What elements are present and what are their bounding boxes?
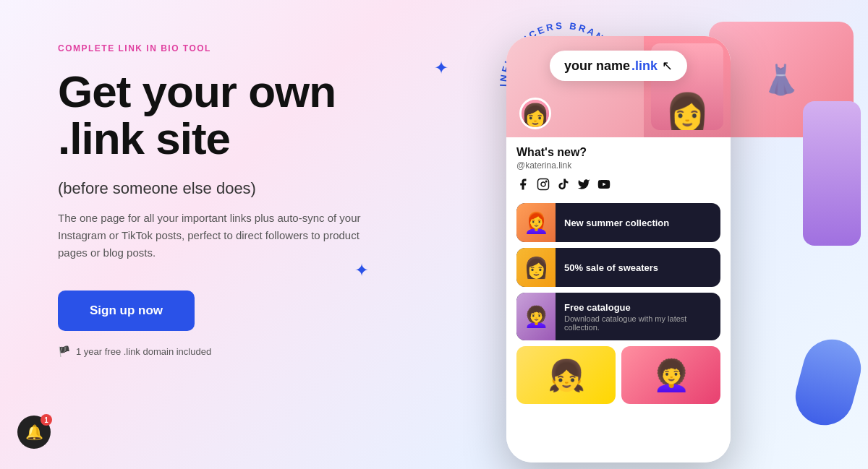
phone-header: 👩 your name .link ↖ 👩 xyxy=(506,36,731,137)
link-thumb-2: 👩 xyxy=(516,248,556,287)
youtube-icon xyxy=(597,178,610,194)
url-bar: your name .link ↖ xyxy=(550,51,687,81)
link-text-3: Free catalogue Download catalogue with m… xyxy=(556,302,720,332)
phone-body: What's new? @katerina.link xyxy=(506,137,731,462)
bottom-photos-row: 👧 👩‍🦱 xyxy=(516,346,720,404)
bell-icon: 🔔 xyxy=(25,423,43,441)
bottom-photo-1: 👧 xyxy=(516,346,616,404)
facebook-icon xyxy=(516,178,529,194)
link-item-2[interactable]: 👩 50% sale of sweaters xyxy=(516,248,720,287)
signup-button[interactable]: Sign up now xyxy=(58,291,195,331)
twitter-icon xyxy=(577,178,590,194)
tiktok-icon xyxy=(557,178,570,194)
notification-badge: 1 xyxy=(41,414,52,426)
thumb-person-1: 👩‍🦰 xyxy=(524,211,549,235)
domain-note: 🏴 1 year free .link domain included xyxy=(58,345,463,357)
link-thumb-3: 👩‍🦱 xyxy=(516,293,556,340)
link-item-3[interactable]: 👩‍🦱 Free catalogue Download catalogue wi… xyxy=(516,293,720,340)
link-text-2: 50% sale of sweaters xyxy=(556,262,720,273)
social-icons-row xyxy=(516,178,720,194)
cursor-icon: ↖ xyxy=(662,58,673,74)
link-text-1: New summer collection xyxy=(556,218,720,228)
subheadline: (before someone else does) xyxy=(58,179,463,198)
bottom-photo-person-1: 👧 xyxy=(548,358,585,393)
headline: Get your own .link site xyxy=(58,68,463,162)
description: The one page for all your important link… xyxy=(58,210,391,262)
link-title-2: 50% sale of sweaters xyxy=(564,262,712,273)
thumb-person-2: 👩 xyxy=(524,256,549,280)
url-name: your name xyxy=(564,59,630,74)
url-tld: .link xyxy=(631,59,658,74)
link-thumb-1: 👩‍🦰 xyxy=(516,203,556,242)
svg-rect-1 xyxy=(538,179,549,190)
profile-handle: @katerina.link xyxy=(516,160,720,171)
hero-left: COMPLETE LINK IN BIO TOOL Get your own .… xyxy=(58,43,463,357)
link-item-1[interactable]: 👩‍🦰 New summer collection xyxy=(516,203,720,242)
bg-decoration-blob xyxy=(789,333,867,432)
link-title-3: Free catalogue xyxy=(564,302,712,313)
hero-right: 👗 INFLUENCERS BRANDS CREATORS 👩 xyxy=(463,0,868,469)
profile-avatar: 👩 xyxy=(519,98,551,129)
notification-bell[interactable]: 🔔 1 xyxy=(17,416,51,449)
phone-mockup: 👩 your name .link ↖ 👩 What's new? @kater… xyxy=(506,36,731,462)
avatar-inner: 👩 xyxy=(522,100,549,127)
svg-point-2 xyxy=(545,181,547,182)
bottom-photo-2: 👩‍🦱 xyxy=(621,346,720,404)
tagline: COMPLETE LINK IN BIO TOOL xyxy=(58,43,463,53)
flag-icon: 🏴 xyxy=(58,345,70,357)
link-subtitle-3: Download catalogue with my latest collec… xyxy=(564,314,712,332)
instagram-icon xyxy=(537,178,550,194)
bottom-photo-person-2: 👩‍🦱 xyxy=(652,358,690,393)
bg-decoration-purple xyxy=(803,101,861,246)
link-title-1: New summer collection xyxy=(564,218,712,228)
thumb-person-3: 👩‍🦱 xyxy=(524,305,549,329)
profile-name: What's new? xyxy=(516,146,720,159)
